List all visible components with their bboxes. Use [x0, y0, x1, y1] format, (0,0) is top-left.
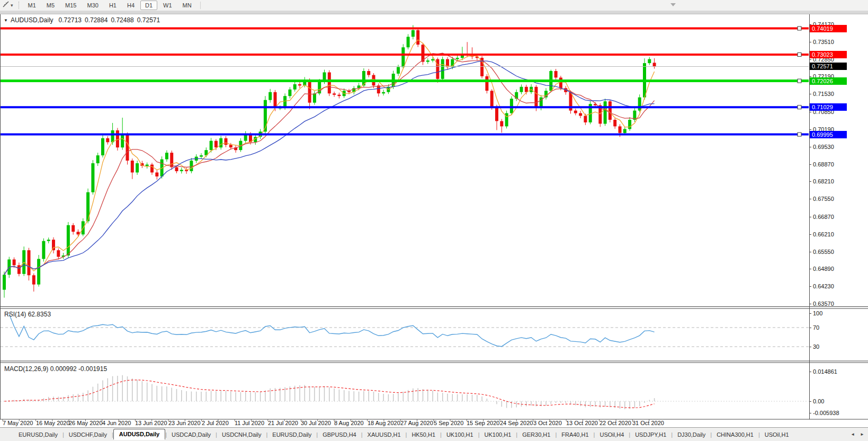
price-tag[interactable]: 0.74019	[810, 25, 847, 32]
low-value: 0.72488	[111, 16, 133, 24]
timeframe-button-m5[interactable]: M5	[42, 1, 59, 10]
price-tag[interactable]: 0.72026	[810, 77, 847, 85]
line-studies-icon[interactable]	[2, 1, 10, 10]
timeframe-button-m1[interactable]: M1	[23, 1, 41, 10]
chart-canvas[interactable]	[0, 0, 868, 441]
symbol-period-label: AUDUSD,Daily	[11, 16, 53, 24]
macd-axis-label: 0.00	[813, 398, 824, 404]
date-axis-label[interactable]: 26 May 2020	[69, 420, 103, 426]
macd-axis-tick	[809, 413, 811, 413]
timeframe-button-m15[interactable]: M15	[60, 1, 81, 10]
price-tag[interactable]: 0.71029	[810, 103, 847, 111]
price-axis-label: 0.68210	[813, 178, 834, 184]
chart-tab[interactable]: UK100,H1	[480, 429, 516, 440]
price-axis-tick	[809, 252, 811, 252]
price-axis-tick	[809, 76, 811, 77]
rsi-axis-tick	[809, 347, 811, 347]
chart-tab[interactable]: USDCAD,Daily	[167, 429, 216, 440]
collapse-triangle-icon[interactable]: ▼	[4, 18, 8, 23]
date-axis-label[interactable]: 22 Oct 2020	[599, 420, 631, 426]
chart-tab[interactable]: GBPUSD,H4	[318, 429, 361, 440]
timeframe-button-h4[interactable]: H4	[122, 1, 139, 10]
price-axis-tick	[809, 164, 811, 165]
date-axis-label[interactable]: 24 Sep 2020	[500, 420, 533, 426]
price-axis-label: 0.64890	[813, 266, 834, 272]
date-axis-label[interactable]: 18 Aug 2020	[368, 420, 400, 426]
timeframe-buttons: M1M5M15M30H1H4D1W1MN	[23, 1, 197, 10]
price-axis-tick	[809, 94, 811, 94]
tab-scroll-left-icon[interactable]: ◄	[849, 431, 856, 438]
chart-tab[interactable]: FRA40,H1	[557, 429, 593, 440]
scroll-marker-icon[interactable]	[670, 3, 676, 6]
chart-tab[interactable]: USOil,H4	[595, 429, 629, 440]
price-tag[interactable]: 0.72571	[810, 63, 847, 70]
chart-tab[interactable]: XAUUSD,H1	[363, 429, 406, 440]
date-axis-label[interactable]: 13 Oct 2020	[566, 420, 598, 426]
price-axis-label: 0.68870	[813, 161, 834, 167]
chart-tab[interactable]: USDJPY,H1	[630, 429, 671, 440]
chevron-down-icon[interactable]: ▾	[11, 3, 13, 8]
chart-tab[interactable]: EURUSD,Daily	[14, 429, 62, 440]
price-axis-tick	[809, 181, 811, 182]
timeframe-toolbar: ▾ M1M5M15M30H1H4D1W1MN	[0, 0, 868, 11]
price-axis-tick	[809, 112, 811, 112]
date-axis-label[interactable]: 31 Oct 2020	[632, 420, 664, 426]
rsi-axis-tick	[809, 313, 811, 314]
date-axis-label[interactable]: 2 Jul 2020	[202, 420, 229, 426]
timeframe-button-d1[interactable]: D1	[140, 1, 157, 10]
toolbar-separator	[200, 2, 201, 9]
price-tag[interactable]: 0.69995	[810, 131, 847, 138]
chart-tab[interactable]: USDCHF,Daily	[64, 429, 112, 440]
chart-tab[interactable]: USOil,H1	[760, 429, 794, 440]
price-axis-tick	[809, 286, 811, 287]
chart-tab[interactable]: GER30,H1	[517, 429, 555, 440]
date-axis-label[interactable]: 3 Oct 2020	[533, 420, 562, 426]
date-axis-label[interactable]: 4 Jun 2020	[102, 420, 131, 426]
price-axis-tick	[809, 199, 811, 199]
rsi-axis-label: 70	[813, 324, 819, 331]
date-axis-label[interactable]: 15 Sep 2020	[467, 420, 499, 426]
date-axis-label[interactable]: 21 Jul 2020	[268, 420, 298, 426]
chart-tab[interactable]: UK100,H1	[442, 429, 478, 440]
chart-tab-bar: EURUSD,Daily|USDCHF,Daily|AUDUSD,Daily|U…	[0, 427, 868, 441]
price-axis-tick	[809, 42, 811, 42]
date-axis-label[interactable]: 30 Jul 2020	[301, 420, 331, 426]
timeframe-button-h1[interactable]: H1	[104, 1, 121, 10]
price-axis-label: 0.65550	[813, 249, 834, 255]
rsi-axis-tick	[809, 328, 811, 328]
date-axis-label[interactable]: 27 Aug 2020	[400, 420, 433, 426]
date-axis-label[interactable]: 13 Jun 2020	[135, 420, 167, 426]
macd-axis-label: 0.014861	[813, 368, 837, 375]
price-axis-tick	[809, 147, 811, 147]
rsi-axis-label: 100	[813, 310, 822, 316]
price-axis-label: 0.66870	[813, 214, 834, 220]
close-value: 0.72571	[137, 16, 160, 24]
date-axis-label[interactable]: 11 Jul 2020	[235, 420, 264, 426]
date-axis-label[interactable]: 23 Jun 2020	[168, 420, 201, 426]
price-axis-label: 0.66210	[813, 231, 834, 237]
date-axis-label[interactable]: 8 Aug 2020	[334, 420, 364, 426]
date-axis-label[interactable]: 5 Sep 2020	[434, 420, 463, 426]
timeframe-button-mn[interactable]: MN	[178, 1, 196, 10]
chart-scroll-strip[interactable]	[0, 11, 868, 14]
rsi-axis-label: 30	[813, 343, 819, 350]
date-axis-label[interactable]: 16 May 2020	[36, 420, 70, 426]
rsi-indicator-label: RSI(14) 62.8353	[4, 311, 51, 318]
high-value: 0.72884	[85, 16, 108, 24]
chart-title: ▼ AUDUSD,Daily 0.72713 0.72884 0.72488 0…	[4, 16, 163, 24]
price-axis-tick	[809, 269, 811, 269]
chart-tab[interactable]: HK50,H1	[407, 429, 440, 440]
price-axis-tick	[809, 129, 811, 130]
chart-tab[interactable]: DJ30,Daily	[673, 429, 710, 440]
price-axis-label: 0.71530	[813, 91, 834, 97]
date-axis-label[interactable]: 7 May 2020	[3, 420, 33, 426]
timeframe-button-m30[interactable]: M30	[83, 1, 103, 10]
price-tag[interactable]: 0.73023	[810, 51, 847, 58]
chart-tab[interactable]: AUDUSD,Daily	[113, 429, 165, 440]
toolbar-separator	[19, 2, 20, 9]
timeframe-button-w1[interactable]: W1	[158, 1, 177, 10]
chart-tab[interactable]: CHINA300,H1	[712, 429, 758, 440]
chart-tab[interactable]: USDCNH,Daily	[217, 429, 266, 440]
tab-scroll-right-icon[interactable]: ►	[858, 431, 866, 438]
chart-tab[interactable]: EURUSD,Daily	[267, 429, 316, 440]
